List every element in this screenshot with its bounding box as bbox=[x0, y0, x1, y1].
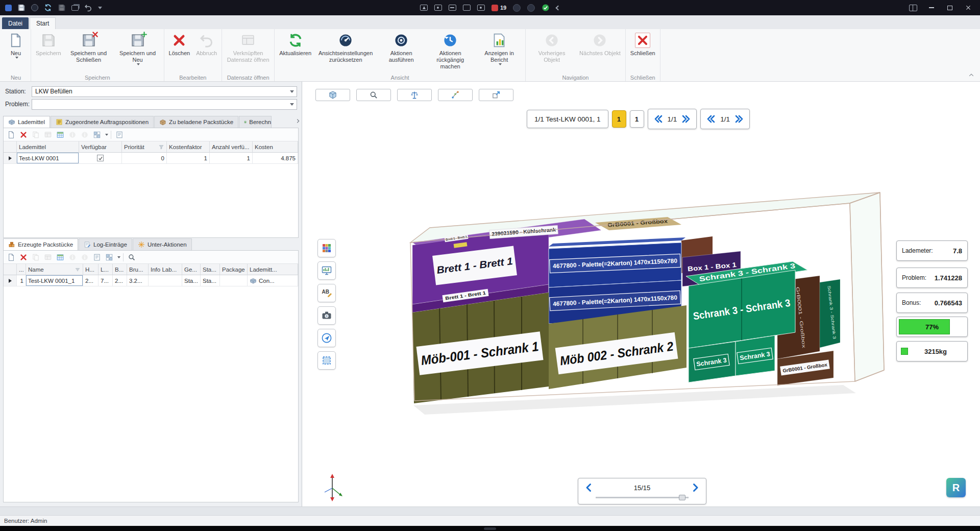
speichern-und-schliessen-button[interactable]: Speichern und Schließen bbox=[64, 31, 113, 74]
col-h[interactable]: H... bbox=[83, 264, 99, 275]
navigate-button[interactable] bbox=[317, 329, 336, 347]
col-kosten[interactable]: Kosten bbox=[253, 141, 298, 153]
col-package[interactable]: Package ... bbox=[220, 264, 248, 275]
cell-ge[interactable]: Sta... bbox=[182, 275, 201, 286]
anzeigen-in-bericht-button[interactable]: Anzeigen in Bericht bbox=[475, 31, 524, 74]
slider-track[interactable] bbox=[596, 497, 689, 498]
combo-caret-icon[interactable] bbox=[287, 103, 297, 106]
undo-icon[interactable] bbox=[84, 4, 92, 12]
new-record-button[interactable] bbox=[6, 129, 17, 140]
display-icon[interactable] bbox=[449, 5, 456, 11]
info-icon[interactable] bbox=[31, 4, 38, 11]
layout-dropdown-icon[interactable] bbox=[105, 134, 108, 136]
cell-anzahl[interactable]: 1 bbox=[210, 153, 253, 164]
search-form-button[interactable] bbox=[126, 252, 137, 263]
station-combobox[interactable]: LKW Befüllen bbox=[32, 86, 297, 97]
taskbar-sliver[interactable] bbox=[0, 526, 980, 531]
table-view-button[interactable] bbox=[55, 129, 66, 140]
tab-erzeugte-packstuecke[interactable]: Erzeugte Packstücke bbox=[3, 238, 78, 250]
weight-balance-button[interactable] bbox=[397, 89, 432, 101]
cell-name[interactable]: Test-LKW 0001_1 bbox=[26, 275, 83, 286]
next-unit-button[interactable] bbox=[679, 112, 693, 126]
col-kostenfaktor[interactable]: Kostenfaktor bbox=[167, 141, 210, 153]
col-bru[interactable]: Bru... bbox=[127, 264, 149, 275]
statistics-button[interactable] bbox=[317, 261, 336, 280]
panel-toggle-button[interactable] bbox=[904, 0, 922, 15]
col-ge[interactable]: Ge... bbox=[182, 264, 201, 275]
filter-icon[interactable] bbox=[158, 144, 164, 150]
tab-scroll-right-button[interactable] bbox=[294, 117, 302, 125]
view-3d-button[interactable] bbox=[315, 89, 350, 101]
col-l[interactable]: L... bbox=[99, 264, 113, 275]
ribbon-collapse-button[interactable] bbox=[967, 71, 976, 79]
globe-icon[interactable] bbox=[513, 4, 521, 12]
selection-mode-button[interactable] bbox=[317, 351, 336, 370]
notification-badge[interactable]: 19 bbox=[492, 5, 506, 11]
next-problem-button[interactable] bbox=[732, 112, 746, 126]
tab-lademittel[interactable]: Lademittel bbox=[3, 116, 50, 128]
tab-zu-beladene-packstuecke[interactable]: Zu beladene Packstücke bbox=[154, 116, 238, 128]
video-icon[interactable] bbox=[434, 5, 442, 11]
col-prioritaet[interactable]: Priorität bbox=[122, 141, 167, 153]
table-row[interactable]: Test-LKW 0001 0 1 1 4.875 bbox=[4, 153, 298, 164]
checkbox-checked-icon[interactable] bbox=[97, 155, 104, 161]
problem-combobox[interactable] bbox=[32, 99, 297, 110]
col-info-label[interactable]: Info Lab... bbox=[149, 264, 182, 275]
step-back-button[interactable] bbox=[582, 481, 596, 494]
sort-icon[interactable] bbox=[75, 267, 81, 273]
cell-lademittel[interactable]: Test-LKW 0001 bbox=[17, 153, 79, 164]
cell-lademittel[interactable]: Con... bbox=[248, 275, 298, 286]
collapse-tools-icon[interactable] bbox=[556, 5, 561, 10]
power-icon[interactable] bbox=[527, 4, 535, 12]
aktionen-rueckgaengig-button[interactable]: Aktionen rückgängig machen bbox=[426, 31, 475, 74]
cell-kostenfaktor[interactable]: 1 bbox=[167, 153, 210, 164]
edit-labels-button[interactable] bbox=[317, 284, 336, 302]
cell-kosten[interactable]: 4.875 bbox=[253, 153, 298, 164]
prev-problem-button[interactable] bbox=[704, 112, 718, 126]
color-mode-button[interactable] bbox=[317, 239, 336, 257]
share-screen-icon[interactable] bbox=[420, 5, 428, 11]
close-button[interactable] bbox=[960, 0, 977, 15]
aktualisieren-button[interactable]: Aktualisieren bbox=[276, 31, 314, 74]
loeschen-button[interactable]: Löschen bbox=[166, 31, 193, 74]
table-row[interactable]: 1 Test-LKW 0001_1 2... 7... 2... 3.2... … bbox=[4, 275, 298, 286]
aktionen-ausfuehren-button[interactable]: Aktionen ausführen bbox=[377, 31, 426, 74]
zoom-search-button[interactable] bbox=[356, 89, 391, 101]
cell-package[interactable] bbox=[220, 275, 248, 286]
unit-page-button-active[interactable]: 1 bbox=[612, 110, 626, 128]
cell-info-label[interactable] bbox=[149, 275, 182, 286]
ansichtseinstellungen-button[interactable]: Ansichtseinstellungen zurücksetzen bbox=[314, 31, 377, 74]
delete-record-button[interactable] bbox=[18, 129, 29, 140]
col-verfuegbar[interactable]: Verfügbar bbox=[79, 141, 122, 153]
tab-log-eintraege[interactable]: Log-Einträge bbox=[79, 238, 132, 250]
col-sta[interactable]: Sta... bbox=[201, 264, 220, 275]
cell-h[interactable]: 2... bbox=[83, 275, 99, 286]
screenshot-button[interactable] bbox=[317, 306, 336, 325]
cell-verfuegbar[interactable] bbox=[79, 153, 122, 164]
col-name[interactable]: Name bbox=[26, 264, 83, 275]
load-3d-viewer[interactable]: Brett 1 - Brett 1 Brett 1 - Brett 1 Bret… bbox=[302, 82, 980, 506]
minimize-button[interactable] bbox=[923, 0, 940, 15]
neu-button[interactable]: Neu bbox=[3, 31, 29, 74]
frame-icon[interactable] bbox=[463, 5, 471, 11]
cell-index[interactable]: 1 bbox=[17, 275, 26, 286]
layout-button[interactable] bbox=[91, 129, 103, 140]
tab-start[interactable]: Start bbox=[30, 17, 56, 29]
col-b[interactable]: B... bbox=[113, 264, 127, 275]
cell-sta[interactable]: Sta... bbox=[201, 275, 220, 286]
cell-l[interactable]: 7... bbox=[99, 275, 113, 286]
step-forward-button[interactable] bbox=[689, 481, 702, 494]
speichern-und-neu-button[interactable]: Speichern und Neu bbox=[113, 31, 162, 74]
col-anzahl[interactable]: Anzahl verfü... bbox=[210, 141, 253, 153]
prev-unit-button[interactable] bbox=[652, 112, 665, 126]
export-view-button[interactable] bbox=[479, 89, 513, 101]
layout-dropdown-icon[interactable] bbox=[117, 256, 120, 258]
col-index[interactable]: ... bbox=[17, 264, 26, 275]
layout-button[interactable] bbox=[104, 252, 115, 263]
layers-icon[interactable] bbox=[71, 5, 79, 11]
toolbar-dropdown-icon[interactable] bbox=[98, 7, 102, 9]
cell-b[interactable]: 2... bbox=[113, 275, 127, 286]
schliessen-button[interactable]: Schließen bbox=[627, 31, 658, 74]
refresh-icon[interactable] bbox=[44, 4, 52, 12]
report-button[interactable] bbox=[91, 252, 103, 263]
